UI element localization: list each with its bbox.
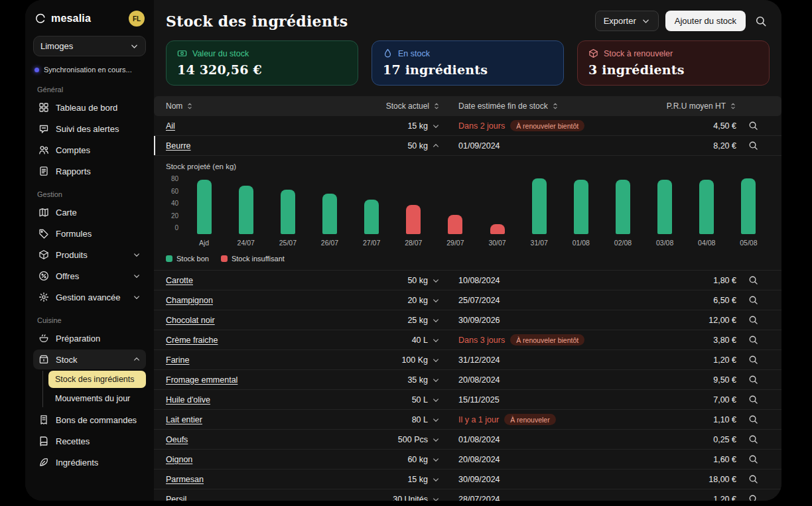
stock-quantity-select[interactable]: 500 Pcs — [352, 435, 440, 444]
stock-value: 50 kg — [407, 141, 428, 151]
sidebar-subitem-mouvements-du-jour[interactable]: Mouvements du jour — [48, 390, 146, 407]
column-header-label: Date estimée fin de stock — [458, 101, 548, 111]
app-window: mesalia FL Limoges Synchronisation en co… — [25, 0, 781, 501]
end-of-stock-date: 15/11/2025 — [440, 395, 657, 405]
ingredient-name-link[interactable]: Beurre — [166, 141, 352, 151]
ingredient-name-link[interactable]: Parmesan — [166, 475, 352, 484]
export-button[interactable]: Exporter — [595, 11, 659, 31]
stock-quantity-select[interactable]: 30 Unités — [352, 495, 440, 501]
row-search-button[interactable] — [736, 474, 770, 484]
ingredient-name-link[interactable]: Champignon — [166, 296, 352, 305]
stock-quantity-select[interactable]: 50 L — [352, 395, 440, 405]
stock-quantity-select[interactable]: 80 L — [352, 415, 440, 424]
end-of-stock-date: Dans 3 joursÀ renouveler bientôt — [440, 334, 657, 346]
ingredient-name-link[interactable]: Fromage emmental — [166, 375, 352, 385]
stock-quantity-select[interactable]: 35 kg — [352, 375, 440, 385]
bar-25-07 — [281, 190, 295, 234]
chevron-down-icon — [642, 17, 650, 25]
stat-card-head: Valeur du stock — [177, 48, 347, 58]
plot-area — [183, 178, 770, 234]
sidebar-item-gestion-avancee[interactable]: Gestion avancée — [33, 287, 146, 307]
sidebar-item-carte[interactable]: Carte — [33, 202, 146, 222]
column-header-p-r-u-moyen-ht[interactable]: P.R.U moyen HT — [657, 101, 736, 111]
sidebar-item-ingredients[interactable]: Ingrédients — [33, 452, 146, 472]
ingredient-name-link[interactable]: Lait entier — [166, 415, 352, 424]
x-tick-label: 03/08 — [644, 239, 686, 247]
row-search-button[interactable] — [736, 395, 770, 405]
sort-icon — [433, 103, 440, 109]
end-date-text: 20/08/2024 — [458, 455, 500, 464]
chevron-down-icon — [432, 436, 440, 444]
stock-quantity-select[interactable]: 25 kg — [352, 316, 440, 325]
stock-quantity-select[interactable]: 15 kg — [352, 475, 440, 484]
search-icon — [748, 474, 758, 484]
location-select[interactable]: Limoges — [33, 36, 146, 56]
ingredient-name-link[interactable]: Chocolat noir — [166, 316, 352, 325]
sidebar-item-comptes[interactable]: Comptes — [33, 140, 146, 160]
row-search-button[interactable] — [736, 121, 770, 131]
stock-quantity-select[interactable]: 50 kg — [352, 276, 440, 285]
ingredient-name-link[interactable]: Carotte — [166, 276, 352, 285]
y-tick-label: 40 — [171, 200, 178, 207]
stock-quantity-select[interactable]: 15 kg — [352, 121, 440, 131]
end-date-text: 20/08/2024 — [458, 375, 500, 385]
stock-quantity-select[interactable]: 40 L — [352, 336, 440, 345]
column-header-date-estimee-fin-de-stock[interactable]: Date estimée fin de stock — [440, 101, 657, 111]
ingredient-name-link[interactable]: Ail — [166, 121, 352, 131]
row-search-button[interactable] — [736, 315, 770, 325]
stock-quantity-select[interactable]: 60 kg — [352, 455, 440, 464]
add-stock-button[interactable]: Ajouter du stock — [665, 11, 746, 31]
row-search-button[interactable] — [736, 434, 770, 444]
end-of-stock-date: Il y a 1 jourÀ renouveler — [440, 414, 657, 425]
search-icon — [748, 295, 758, 305]
sidebar-item-formules[interactable]: Formules — [33, 223, 146, 243]
sidebar-item-stock[interactable]: Stock — [33, 349, 146, 369]
alerts-icon — [38, 123, 49, 134]
brand-row: mesalia FL — [33, 9, 146, 28]
chevron-down-icon — [432, 296, 440, 304]
stat-value: 3 ingrédients — [588, 62, 758, 77]
sidebar-item-suivi-des-alertes[interactable]: Suivi des alertes — [33, 119, 146, 139]
stock-quantity-select[interactable]: 100 Kg — [352, 355, 440, 365]
nav-section-label: Cuisine — [37, 316, 142, 324]
row-search-button[interactable] — [736, 295, 770, 305]
row-search-button[interactable] — [736, 494, 770, 501]
sidebar-subitem-stock-des-ingredients[interactable]: Stock des ingrédients — [48, 371, 146, 388]
bar-28-07 — [406, 205, 421, 234]
chevron-down-icon — [133, 272, 141, 280]
avatar[interactable]: FL — [129, 11, 145, 27]
ingredient-name-link[interactable]: Oeufs — [166, 435, 352, 444]
row-search-button[interactable] — [736, 335, 770, 345]
stock-quantity-select[interactable]: 50 kg — [352, 141, 440, 151]
sidebar: mesalia FL Limoges Synchronisation en co… — [25, 0, 154, 501]
column-header-nom[interactable]: Nom — [166, 101, 352, 111]
ingredient-name-link[interactable]: Crème fraiche — [166, 336, 352, 345]
sidebar-item-rapports[interactable]: Rapports — [33, 161, 146, 181]
sidebar-item-produits[interactable]: Produits — [33, 245, 146, 265]
search-button[interactable] — [752, 13, 770, 30]
chevron-down-icon — [432, 122, 440, 130]
row-search-button[interactable] — [736, 355, 770, 365]
sidebar-item-preparation[interactable]: Préparation — [33, 328, 146, 348]
stock-quantity-select[interactable]: 20 kg — [352, 296, 440, 305]
bar-01-08 — [574, 180, 588, 234]
chevron-down-icon — [432, 396, 440, 404]
row-search-button[interactable] — [736, 141, 770, 151]
sidebar-item-offres[interactable]: Offres — [33, 266, 146, 286]
column-header-stock-actuel[interactable]: Stock actuel — [352, 101, 440, 111]
row-search-button[interactable] — [736, 454, 770, 464]
ingredient-name-link[interactable]: Farine — [166, 355, 352, 365]
ingredient-name-link[interactable]: Oignon — [166, 455, 352, 464]
x-tick-label: 01/08 — [560, 239, 602, 247]
sidebar-item-recettes[interactable]: Recettes — [33, 431, 146, 451]
row-search-button[interactable] — [736, 275, 770, 285]
chevron-down-icon — [133, 251, 141, 259]
ingredient-name-link[interactable]: Persil — [166, 495, 352, 501]
row-search-button[interactable] — [736, 375, 770, 385]
ingredient-name-link[interactable]: Huile d'olive — [166, 395, 352, 405]
unit-price: 8,20 € — [657, 141, 736, 151]
sync-dot-icon — [34, 68, 39, 72]
sidebar-item-tableau-de-bord[interactable]: Tableau de bord — [33, 97, 146, 117]
sidebar-item-bons-de-commandes[interactable]: Bons de commandes — [33, 410, 146, 430]
row-search-button[interactable] — [736, 414, 770, 424]
